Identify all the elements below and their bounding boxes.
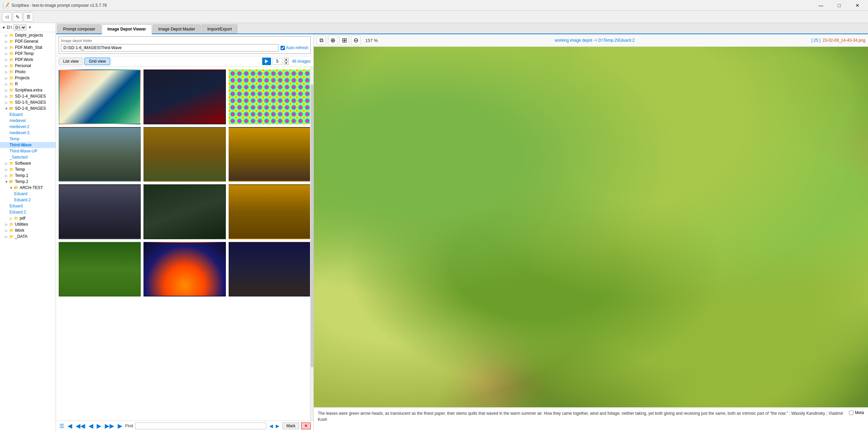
close-button[interactable]: ✕ [850, 1, 865, 10]
image-thumb[interactable] [143, 184, 226, 239]
back-button[interactable]: ◁ [2, 12, 12, 22]
image-thumb[interactable] [143, 127, 226, 182]
auto-refresh-check[interactable] [281, 46, 285, 50]
image-thumb[interactable] [59, 127, 141, 182]
sidebar-item-third-wave-up[interactable]: Third-Wave-UP [0, 148, 56, 154]
expand-icon: ▷ [5, 88, 8, 92]
auto-refresh-checkbox[interactable]: Auto-refresh [281, 45, 308, 50]
drive-selector[interactable]: D:\ [13, 24, 26, 30]
sidebar-item-sd16[interactable]: ▼ 📂 SD-1-6_IMAGES [0, 105, 56, 111]
sidebar-item-pdf-work[interactable]: ▷ 📁 PDF.Work [0, 57, 56, 63]
fit-button[interactable]: ⊞ [340, 36, 349, 45]
spinner-up[interactable]: ▲ [284, 58, 289, 61]
depot-path-input[interactable] [61, 44, 278, 52]
next-next-button[interactable]: ▶▶ [104, 422, 115, 430]
tab-import-export[interactable]: Import/Export [201, 24, 237, 34]
sidebar-item-label: _Selected [9, 155, 27, 160]
find-input[interactable] [135, 423, 266, 429]
caption-area: The leaves were green arrow heads, as tr… [314, 407, 868, 431]
image-thumb[interactable] [59, 184, 141, 239]
pen-button[interactable]: ✎ [13, 12, 22, 22]
minimize-button[interactable]: — [813, 1, 829, 10]
preview-image-area[interactable] [314, 47, 868, 407]
sidebar-item-work[interactable]: ▷ 📁 Work [0, 227, 56, 233]
zoom-in-button[interactable]: ⊕ [328, 36, 337, 45]
folder-icon: 📂 [14, 186, 19, 190]
expand-icon: ▷ [5, 82, 8, 86]
grid-size-input[interactable] [272, 58, 283, 65]
image-thumb[interactable] [229, 69, 311, 124]
tab-image-depot-viewer[interactable]: Image Depot Viewer [102, 24, 152, 34]
copy-button[interactable]: ⧉ [316, 36, 326, 45]
sidebar-item-data[interactable]: ▷ 📁 _DATA [0, 233, 56, 240]
menu-nav-button[interactable]: ☰ [59, 423, 65, 429]
image-thumb[interactable] [229, 127, 311, 182]
image-thumb[interactable] [59, 242, 141, 297]
sidebar-item-label: Photo [15, 69, 25, 74]
filter-icon[interactable]: ▼ [28, 25, 32, 30]
sidebar-item-temp2-eduard2[interactable]: Eduard.2 [0, 209, 56, 215]
sidebar-item-delphi[interactable]: ▷ 📁 Delphi_projects [0, 32, 56, 38]
list-view-button[interactable]: List view [59, 58, 83, 65]
last-button[interactable]: ▶ [117, 422, 123, 430]
sidebar-item-sd14[interactable]: ▷ 📁 SD-1-4_IMAGES [0, 93, 56, 99]
sidebar-item-scripthea-extra[interactable]: ▷ 📁 Scripthea.extra [0, 87, 56, 93]
sidebar-item-temp-sd16[interactable]: Temp [0, 136, 56, 142]
sidebar-item-software[interactable]: ▷ 📁 Software [0, 160, 56, 166]
sidebar-item-arch-eduard2[interactable]: Eduard.2 [0, 197, 56, 203]
sidebar-item-label: SD-1-6_IMAGES [15, 106, 46, 111]
meta-checkbox[interactable]: Meta [849, 410, 864, 415]
sidebar-item-personal[interactable]: ▷ 📁 Personal [0, 63, 56, 69]
sidebar-item-pdf-general[interactable]: ▷ 📁 PDF.General [0, 38, 56, 44]
tab-image-depot-master[interactable]: Image Depot Master [153, 24, 201, 34]
sidebar-item-third-wave[interactable]: Third-Wave [0, 142, 56, 148]
maximize-button[interactable]: □ [831, 1, 847, 10]
sidebar-item-medievel3[interactable]: medievel-3 [0, 130, 56, 136]
first-button[interactable]: ◀ [67, 422, 73, 430]
sidebar-item-selected[interactable]: _Selected [0, 154, 56, 160]
sidebar-item-arch-test[interactable]: ▼ 📂 ARCH-TEST [0, 185, 56, 191]
meta-check[interactable] [849, 411, 853, 415]
sidebar-item-pdf-temp[interactable]: ▷ 📁 PDF.Temp [0, 50, 56, 57]
grid-view-button[interactable]: Grid view [84, 58, 110, 65]
sidebar-item-utilities[interactable]: ▷ 📁 Utilities [0, 221, 56, 227]
image-thumb[interactable] [143, 242, 226, 297]
zoom-level: 157 % [365, 38, 378, 43]
fit-icon: ⊞ [342, 37, 347, 44]
find-prev-button[interactable]: ◀ [268, 423, 274, 429]
sidebar-item-eduard[interactable]: Eduard [0, 111, 56, 118]
sidebar-item-temp2-eduard[interactable]: Eduard [0, 203, 56, 209]
sidebar-item-sd15[interactable]: ▷ 📁 SD-1-5_IMAGES [0, 99, 56, 105]
zoom-out-button[interactable]: ⊖ [351, 36, 361, 45]
sidebar-item-medievel[interactable]: medievel [0, 118, 56, 124]
sidebar-item-r[interactable]: ▷ 📁 R [0, 81, 56, 87]
clear-button[interactable]: ✕ [301, 423, 311, 429]
sidebar-item-temp2[interactable]: ▼ 📂 Temp.2 [0, 179, 56, 185]
scrollbar[interactable] [310, 67, 313, 420]
sidebar-item-pdf-math[interactable]: ▷ 📁 PDF.Math_Stat [0, 44, 56, 50]
next-button[interactable]: ▶ [96, 422, 102, 430]
image-thumb[interactable] [59, 69, 141, 124]
sidebar-item-projects[interactable]: ▷ 📁 Projects [0, 75, 56, 81]
sidebar-item-pdf[interactable]: ▷ 📁 pdf [0, 215, 56, 221]
prev-prev-button[interactable]: ◀◀ [75, 422, 86, 430]
scrollbar-thumb[interactable] [311, 84, 313, 367]
sidebar-item-temp[interactable]: ▷ 📁 Temp [0, 166, 56, 172]
sidebar-item-label: Scripthea.extra [15, 88, 42, 93]
image-thumb[interactable] [143, 69, 226, 124]
image-thumb[interactable] [229, 242, 311, 297]
sidebar-item-temp1[interactable]: ▷ 📁 Temp.1 [0, 172, 56, 179]
tab-prompt-composer[interactable]: Prompt composer [57, 24, 101, 34]
expand-icon: ▷ [5, 46, 8, 49]
spinner-down[interactable]: ▼ [284, 61, 289, 65]
menu-button[interactable]: ☰ [24, 12, 33, 22]
prev-button[interactable]: ◀ [88, 422, 94, 430]
image-thumb[interactable] [229, 184, 311, 239]
folder-icon: 📁 [9, 82, 14, 86]
sidebar-item-arch-eduard[interactable]: Eduard [0, 191, 56, 197]
find-next-button[interactable]: ▶ [275, 423, 281, 429]
sidebar-item-photo[interactable]: ▷ 📁 Photo [0, 69, 56, 75]
sidebar-item-medievel2[interactable]: medievel-2 [0, 124, 56, 130]
play-button[interactable] [262, 58, 271, 65]
mark-button[interactable]: Mark [283, 423, 299, 429]
